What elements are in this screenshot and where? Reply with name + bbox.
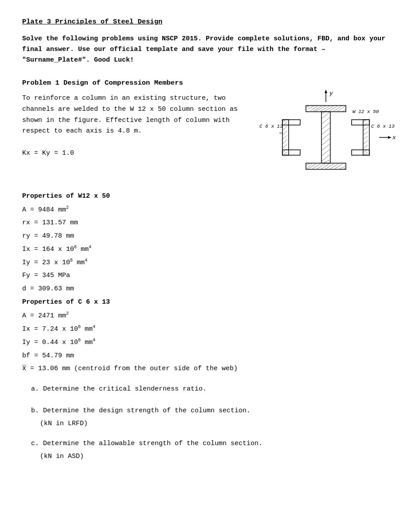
w12-property-Iy: Iy = 23 x 106 mm4 <box>22 257 397 268</box>
svg-line-36 <box>334 163 344 169</box>
kx-value: Kx = Ky = 1.0 <box>22 149 74 157</box>
note-lrfd: (kN in LRFD) <box>40 420 397 427</box>
svg-line-47 <box>282 122 287 126</box>
svg-line-53 <box>282 149 287 153</box>
svg-line-18 <box>321 117 330 124</box>
svg-line-31 <box>312 163 321 169</box>
svg-text:C 6 x 13: C 6 x 13 <box>259 124 283 129</box>
svg-text:y: y <box>329 90 333 97</box>
svg-marker-1 <box>325 90 327 93</box>
svg-rect-58 <box>352 120 369 125</box>
svg-line-62 <box>363 127 368 131</box>
svg-line-61 <box>363 123 368 126</box>
svg-line-48 <box>282 126 287 131</box>
svg-line-51 <box>282 140 287 144</box>
svg-rect-45 <box>282 150 300 155</box>
svg-line-34 <box>325 163 335 169</box>
svg-line-52 <box>282 144 287 149</box>
page-title: Plate 3 Principles of Steel Design <box>22 18 397 26</box>
svg-line-24 <box>321 149 330 156</box>
problem1-description: To reinforce a column in an existing str… <box>22 93 246 159</box>
svg-text:C 6 x 13: C 6 x 13 <box>371 124 395 129</box>
svg-line-20 <box>321 128 330 135</box>
w12-property-Ix: Ix = 164 x 106 mm4 <box>22 244 397 254</box>
svg-line-66 <box>363 145 368 149</box>
c6-property-x: x̅ = 13.06 mm (centroid from the outer s… <box>22 364 397 374</box>
svg-marker-41 <box>388 136 392 139</box>
c6-property-Ix: Ix = 7.24 x 106 mm4 <box>22 324 397 334</box>
question-b: b. Determine the design strength of the … <box>31 406 397 416</box>
svg-line-35 <box>329 163 339 169</box>
svg-line-68 <box>364 152 368 155</box>
svg-text:x: x <box>392 134 396 141</box>
svg-line-12 <box>333 106 342 112</box>
svg-text:W 12 x 50: W 12 x 50 <box>352 109 379 114</box>
svg-line-17 <box>321 112 330 119</box>
c6-property-Iy: Iy = 0.44 x 106 mm4 <box>22 337 397 348</box>
question-a: a. Determine the critical slenderness ra… <box>31 384 397 395</box>
svg-line-11 <box>328 106 338 112</box>
w12-property-d: d = 309.63 mm <box>22 284 397 294</box>
c6-property-A: A = 2471 mm2 <box>22 310 397 321</box>
svg-line-32 <box>316 163 326 169</box>
c6-property-bf: bf = 54.79 mm <box>22 351 397 361</box>
svg-line-19 <box>321 122 330 129</box>
figure-container: y <box>255 89 397 186</box>
svg-rect-44 <box>282 120 300 125</box>
w12-property-ry: ry = 49.78 mm <box>22 231 397 241</box>
w12-property-Fy: Fy = 345 MPa <box>22 270 397 281</box>
problem1-header: Problem 1 Design of Compression Members <box>22 79 397 87</box>
svg-line-33 <box>321 163 330 169</box>
svg-rect-3 <box>306 106 346 112</box>
svg-line-37 <box>338 166 346 169</box>
svg-line-13 <box>337 106 346 112</box>
w12-properties-title: Properties of W12 x 50 <box>22 192 397 200</box>
svg-line-65 <box>363 141 368 144</box>
c6-properties-title: Properties of C 6 x 13 <box>22 298 397 306</box>
svg-line-64 <box>363 136 368 140</box>
svg-line-6 <box>310 106 318 111</box>
svg-line-29 <box>306 163 313 169</box>
svg-line-22 <box>321 138 330 145</box>
svg-rect-59 <box>352 150 369 155</box>
svg-line-21 <box>321 133 330 140</box>
svg-line-49 <box>282 131 287 135</box>
svg-line-54 <box>283 152 287 155</box>
question-c: c. Determine the allowable strength of t… <box>31 438 397 449</box>
svg-line-26 <box>323 160 330 163</box>
intro-text: Solve the following problems using NSCP … <box>22 34 397 66</box>
w12-property-A: A = 9484 mm2 <box>22 204 397 215</box>
w12-property-rx: rx = 131.57 mm <box>22 218 397 228</box>
svg-line-23 <box>321 144 330 151</box>
note-asd: (kN in ASD) <box>40 453 397 460</box>
svg-line-50 <box>282 135 287 140</box>
svg-line-63 <box>363 132 368 135</box>
